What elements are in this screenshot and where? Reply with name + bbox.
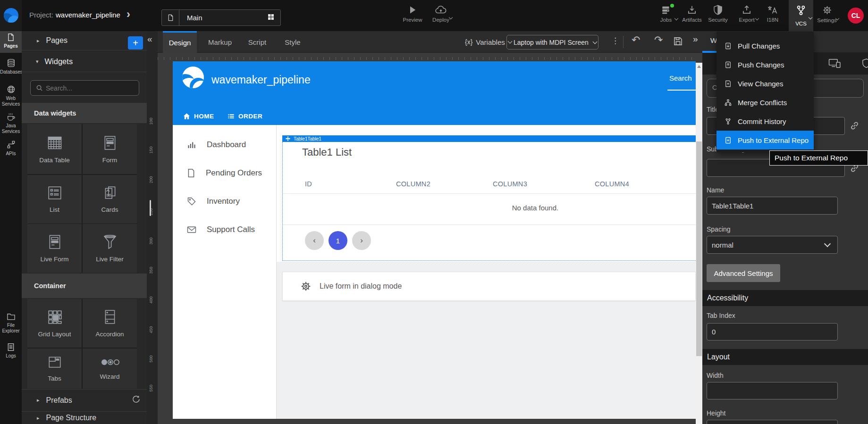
widget-tile-accordion[interactable]: Accordion (83, 299, 137, 348)
save-icon[interactable] (673, 36, 683, 48)
rail-item-databases[interactable]: Databases (0, 58, 22, 75)
menu-item-view-changes[interactable]: View Changes (716, 74, 814, 93)
pages-file-icon (7, 33, 15, 42)
side-nav-item-pending-orders[interactable]: Pending Orders (187, 167, 262, 179)
rail-item-pages[interactable]: Pages (0, 33, 22, 49)
widget-tile-grid-layout[interactable]: Grid Layout (27, 299, 82, 348)
artifacts-download-icon (680, 5, 704, 17)
shield-outline-icon[interactable] (862, 58, 868, 70)
preview-button[interactable]: Preview (402, 5, 423, 27)
data-widgets-header: Data widgets (22, 103, 147, 123)
widget-tile-live-filter[interactable]: Live Filter (83, 224, 137, 273)
side-nav-item-inventory[interactable]: Inventory (187, 195, 240, 208)
height-input[interactable] (707, 420, 838, 424)
menu-item-pull-changes[interactable]: Pull Changes (716, 36, 814, 55)
tab-design[interactable]: Design (163, 31, 197, 53)
variables-dropdown[interactable]: {x} Variables (465, 31, 512, 53)
spacing-select[interactable]: normal (707, 236, 838, 254)
table-column-header[interactable]: COLUMN2 (396, 180, 430, 188)
export-button[interactable]: Export (735, 5, 758, 27)
widget-tile-list[interactable]: List (27, 175, 82, 224)
undo-icon[interactable]: ↶ (632, 34, 640, 46)
widget-tile-cards[interactable]: Cards (83, 175, 137, 224)
menu-item-commit-history[interactable]: Commit History (716, 112, 814, 131)
rail-label: Pages (0, 43, 22, 49)
refresh-icon[interactable] (132, 395, 140, 405)
menu-item-push-changes[interactable]: Push Changes (716, 55, 814, 74)
app-search-link[interactable]: Search (669, 74, 692, 82)
live-form-dialog-bar[interactable]: Live form in dialog mode (282, 272, 696, 301)
wavemaker-logo-icon[interactable] (4, 8, 18, 23)
ruler-number: 200 (149, 175, 153, 185)
rail-item-web-services[interactable]: Web Services (0, 85, 22, 107)
page-structure-section-row[interactable]: ▸ Page Structure (22, 411, 147, 424)
gear-outline-icon (300, 280, 312, 292)
app-nav-home[interactable]: HOME (183, 111, 214, 121)
page-tab-label: Main (187, 14, 202, 22)
app-nav-order[interactable]: ORDER (228, 111, 262, 121)
menu-item-push-to-external-repo[interactable]: Push to External Repo (716, 131, 814, 150)
caret-right-icon: ▸ (37, 397, 40, 403)
deploy-button[interactable]: Deploy (430, 5, 452, 27)
devices-icon[interactable] (828, 58, 841, 71)
ruler-number: 450 (149, 324, 153, 335)
rail-item-logs[interactable]: Logs (0, 343, 22, 359)
security-button[interactable]: Security (706, 5, 730, 27)
layout-section-header[interactable]: Layout (702, 349, 868, 365)
envelope-icon (187, 225, 196, 234)
side-nav-item-dashboard[interactable]: Dashboard (187, 139, 246, 151)
widget-tile-tabs[interactable]: Tabs (27, 349, 82, 389)
jobs-button[interactable]: Jobs (654, 5, 678, 27)
widgets-section-row[interactable]: ▾ Widgets (22, 51, 147, 72)
widget-tile-form[interactable]: Form (83, 124, 137, 174)
menu-item-merge-conflicts[interactable]: Merge Conflicts (716, 93, 814, 112)
tabindex-input[interactable] (707, 323, 838, 341)
table-column-header[interactable]: ID (305, 180, 312, 188)
tab-markup[interactable]: Markup (203, 31, 237, 53)
tab-script[interactable]: Script (242, 31, 273, 53)
widget-tile-data-table[interactable]: Data Table (27, 124, 82, 174)
add-page-button[interactable]: + (128, 36, 143, 50)
widget-tile-live-form[interactable]: Live Form (27, 224, 82, 273)
accessibility-section-header[interactable]: Accessibility (702, 290, 868, 306)
scrollbar-up-arrow[interactable] (697, 65, 701, 68)
pagination-page-1[interactable]: 1 (329, 231, 347, 250)
expand-panel-icon[interactable]: » (693, 34, 698, 44)
kebab-menu-icon[interactable]: ⋮ (611, 36, 619, 46)
widget-tag-label: Table1Table1 (294, 136, 321, 141)
side-nav-item-support-calls[interactable]: Support Calls (187, 224, 255, 236)
tab-style[interactable]: Style (278, 31, 308, 53)
logs-icon (7, 343, 15, 351)
table-column-header[interactable]: COLUMN3 (493, 180, 527, 188)
name-input[interactable] (707, 197, 838, 215)
widget-tile-wizard[interactable]: Wizard (83, 349, 137, 389)
variables-label: Variables (476, 38, 505, 46)
grid-icon[interactable] (267, 13, 275, 23)
advanced-settings-button[interactable]: Advanced Settings (707, 264, 780, 282)
settings-button[interactable]: Settings (815, 5, 839, 27)
table-column-header[interactable]: COLUMN4 (595, 180, 629, 188)
vcs-button[interactable]: VCS (789, 0, 813, 31)
security-shield-icon (706, 5, 730, 17)
widget-search-input[interactable] (30, 80, 139, 96)
pagination-prev-button[interactable]: ‹ (305, 231, 324, 250)
artifacts-button[interactable]: Artifacts (680, 5, 704, 27)
page-tab[interactable]: Main (161, 9, 281, 26)
gutter-scrollbar-thumb[interactable] (150, 200, 151, 216)
project-name: wavemaker_pipeline (56, 11, 120, 19)
bind-link-icon[interactable] (850, 121, 860, 133)
i18n-button[interactable]: I18N (761, 5, 784, 27)
device-select[interactable]: Laptop with MDPI Screen (506, 35, 598, 50)
export-upload-icon (735, 5, 758, 17)
rail-item-apis[interactable]: APIs (0, 140, 22, 157)
avatar[interactable]: CL (848, 8, 864, 24)
rail-item-file-explorer[interactable]: File Explorer (0, 312, 22, 334)
collapse-panel-icon[interactable]: « (147, 34, 152, 44)
pagination-next-button[interactable]: › (352, 231, 371, 250)
rail-item-java-services[interactable]: Java Services (0, 112, 22, 134)
redo-icon[interactable]: ↷ (654, 34, 663, 46)
widget-selection-tag[interactable]: Table1Table1 (282, 135, 696, 142)
width-input[interactable] (707, 382, 838, 399)
prefabs-section-row[interactable]: ▸ Prefabs (22, 389, 147, 411)
scrollbar-thumb[interactable] (696, 141, 702, 356)
